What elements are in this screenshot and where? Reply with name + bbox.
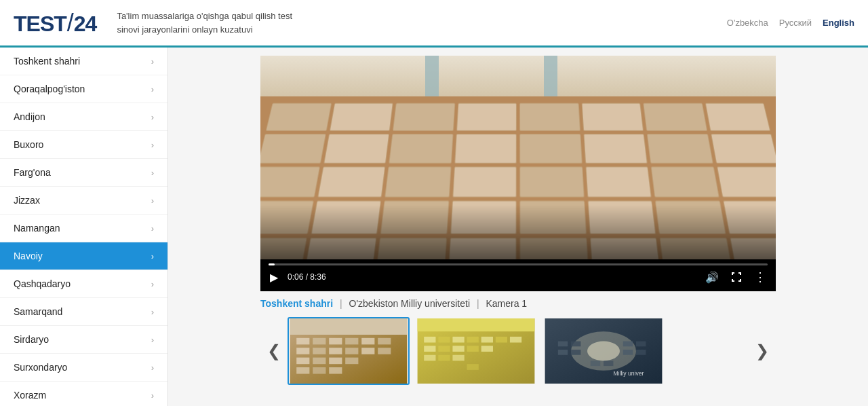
svg-rect-47: [636, 342, 646, 347]
sidebar-item-namangan[interactable]: Namangan ›: [0, 215, 167, 242]
sidebar-item-navoiy[interactable]: Navoiy ›: [0, 242, 167, 270]
svg-rect-5: [345, 338, 358, 345]
svg-rect-46: [623, 342, 633, 347]
logo-test: TEST: [14, 12, 66, 36]
sidebar-item-andijon[interactable]: Andijon ›: [0, 103, 167, 131]
svg-rect-7: [378, 338, 391, 345]
logo-slash: /: [67, 9, 73, 37]
lang-russian[interactable]: Русский: [779, 18, 812, 28]
chevron-right-icon: ›: [151, 363, 154, 373]
svg-rect-19: [313, 367, 326, 374]
content-area: ▶ 0:06 / 8:36 🔊 ⋮ Toshkent shahri | O: [168, 48, 868, 406]
svg-rect-51: [604, 361, 613, 366]
sidebar-label: Andijon: [14, 111, 45, 122]
logo-text: TEST/24: [14, 9, 96, 37]
svg-rect-11: [345, 348, 358, 354]
svg-rect-20: [329, 367, 342, 374]
sidebar-item-toshkent-shahri[interactable]: Toshkent shahri ›: [0, 48, 167, 75]
logo[interactable]: TEST/24: [14, 9, 96, 37]
svg-rect-23: [424, 337, 435, 343]
svg-rect-18: [296, 367, 309, 374]
svg-rect-2: [296, 338, 309, 345]
svg-rect-48: [623, 350, 633, 355]
info-city: Toshkent shahri: [260, 298, 333, 309]
sidebar-item-fargona[interactable]: Farg'ona ›: [0, 159, 167, 187]
svg-rect-4: [329, 338, 342, 345]
controls-row: ▶ 0:06 / 8:36 🔊 ⋮: [269, 268, 768, 286]
svg-rect-37: [452, 355, 464, 361]
svg-rect-9: [313, 348, 326, 354]
sidebar-label: Toshkent shahri: [14, 56, 80, 67]
sidebar-item-surxondaryo[interactable]: Surxondaryo ›: [0, 354, 167, 382]
svg-rect-35: [424, 355, 435, 361]
svg-rect-30: [424, 346, 435, 352]
header-tagline: Ta'lim muassalariga o'qishga qabul qilis…: [117, 10, 726, 36]
video-progress-fill: [269, 263, 275, 265]
svg-rect-8: [296, 348, 309, 354]
svg-rect-22: [418, 318, 535, 331]
sidebar-label: Namangan: [14, 223, 60, 234]
svg-rect-15: [313, 358, 326, 365]
chevron-right-icon: ›: [151, 196, 154, 206]
main-layout: Toshkent shahri › Qoraqalpog'iston › And…: [0, 48, 868, 406]
svg-rect-43: [571, 342, 580, 347]
sidebar-item-jizzax[interactable]: Jizzax ›: [0, 187, 167, 215]
video-player: ▶ 0:06 / 8:36 🔊 ⋮: [260, 56, 776, 291]
sidebar-label: Qashqadaryo: [14, 278, 71, 289]
prev-thumbnail-button[interactable]: ❮: [260, 342, 288, 361]
chevron-right-icon: ›: [151, 307, 154, 317]
hall-ceiling: [260, 56, 776, 96]
header: TEST/24 Ta'lim muassalariga o'qishga qab…: [0, 0, 868, 48]
volume-button[interactable]: 🔊: [704, 270, 720, 285]
more-options-button[interactable]: ⋮: [753, 268, 768, 286]
info-sep1: |: [340, 298, 345, 309]
sidebar-label: Jizzax: [14, 195, 40, 206]
thumbnail-2[interactable]: [415, 317, 537, 385]
sidebar-label: Farg'ona: [14, 167, 51, 178]
svg-rect-32: [452, 346, 464, 352]
svg-rect-17: [345, 358, 358, 365]
chevron-right-icon: ›: [151, 168, 154, 178]
svg-rect-16: [329, 358, 342, 365]
svg-rect-12: [361, 348, 374, 354]
svg-rect-28: [496, 337, 507, 343]
svg-rect-6: [361, 338, 374, 345]
svg-rect-27: [481, 337, 493, 343]
lang-uzbekcha[interactable]: O'zbekcha: [727, 18, 768, 28]
svg-rect-14: [296, 358, 309, 365]
video-progress-bar[interactable]: [269, 263, 768, 265]
video-screen[interactable]: [260, 56, 776, 259]
sidebar-item-qoraqalpogiston[interactable]: Qoraqalpog'iston ›: [0, 75, 167, 103]
tagline-line1: Ta'lim muassalariga o'qishga qabul qilis…: [117, 10, 726, 23]
chevron-right-icon: ›: [151, 390, 154, 401]
play-button[interactable]: ▶: [269, 270, 279, 285]
sidebar-item-qashqadaryo[interactable]: Qashqadaryo ›: [0, 270, 167, 298]
controls-left: ▶ 0:06 / 8:36: [269, 270, 326, 285]
thumbnail-3[interactable]: Milliy univer: [542, 317, 665, 385]
sidebar-item-buxoro[interactable]: Buxoro ›: [0, 131, 167, 159]
sidebar-label: Buxoro: [14, 139, 43, 150]
svg-rect-38: [467, 364, 479, 370]
thumbnail-1[interactable]: [288, 317, 410, 385]
sidebar-label: Navoiy: [14, 251, 43, 261]
chevron-right-icon: ›: [151, 56, 154, 67]
svg-rect-10: [329, 348, 342, 354]
next-thumbnail-button[interactable]: ❯: [749, 342, 776, 361]
lang-english[interactable]: English: [823, 18, 854, 28]
chevron-right-icon: ›: [151, 335, 154, 345]
sidebar-item-samarqand[interactable]: Samarqand ›: [0, 298, 167, 326]
sidebar-label: Xorazm: [14, 390, 46, 401]
sidebar-label: Surxondaryo: [14, 362, 67, 373]
svg-rect-1: [290, 318, 408, 335]
sidebar-label: Qoraqalpog'iston: [14, 84, 85, 94]
sidebar-label: Sirdaryo: [14, 334, 49, 345]
svg-rect-49: [636, 350, 646, 355]
fullscreen-button[interactable]: [730, 270, 743, 284]
sidebar-item-sirdaryo[interactable]: Sirdaryo ›: [0, 326, 167, 354]
sidebar-item-xorazm[interactable]: Xorazm ›: [0, 382, 167, 406]
svg-text:Milliy univer: Milliy univer: [613, 370, 644, 377]
sidebar: Toshkent shahri › Qoraqalpog'iston › And…: [0, 48, 168, 406]
chevron-right-icon: ›: [151, 140, 154, 150]
controls-right: 🔊 ⋮: [704, 268, 768, 286]
svg-rect-44: [558, 350, 568, 355]
